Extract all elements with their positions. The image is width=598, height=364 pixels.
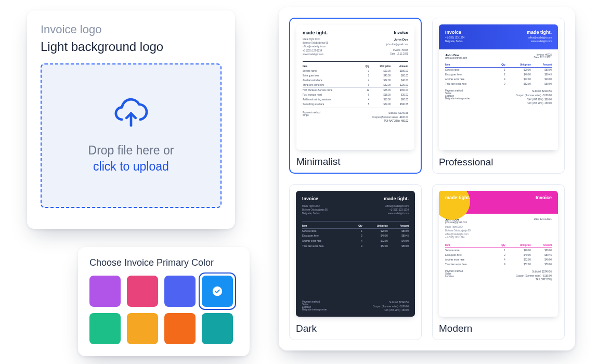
table-row: Service name1$20.00$80.00 xyxy=(302,228,409,233)
section-label: Invoice logo xyxy=(41,23,222,36)
table-row: Third item extra here9$52.00$220.00 xyxy=(303,83,408,87)
table-row: Extra goes here2$40.00$80.00 xyxy=(303,73,408,78)
color-swatch-1[interactable] xyxy=(127,276,158,307)
table-row: Another extra here4$72.00$40.00 xyxy=(303,78,408,83)
dropzone-upload-link[interactable]: click to upload xyxy=(93,160,169,173)
table-row: Service name1$20.00$80.00 xyxy=(445,68,552,73)
cloud-upload-icon xyxy=(113,97,149,133)
table-row: HIIT Workouts Service name12$55.45$450.0… xyxy=(303,88,408,93)
table-row: Additional training sessions4$10.00$80.0… xyxy=(303,97,408,102)
template-preview-minimalist: made tight. Invoice Made Tight DOO Bulev… xyxy=(296,25,414,150)
logo-dropzone[interactable]: Drop file here or click to upload xyxy=(41,63,222,208)
section-title: Light background logo xyxy=(41,40,222,54)
template-preview-professional: Invoice +1 (555) 123-1234 Belgrade, Serb… xyxy=(439,24,558,150)
invoice-color-card: Choose Invoice Primary Color xyxy=(78,247,250,356)
color-swatch-7[interactable] xyxy=(202,313,233,344)
color-swatch-0[interactable] xyxy=(89,276,121,307)
dropzone-text: Drop file here or click to upload xyxy=(88,142,174,175)
template-card-professional[interactable]: Invoice +1 (555) 123-1234 Belgrade, Serb… xyxy=(432,18,565,174)
template-gallery: made tight. Invoice Made Tight DOO Bulev… xyxy=(279,7,575,350)
table-row: Service name1$20.00$180.00 xyxy=(303,69,408,73)
sender-block: Made Tight DOO Bulevar Oslobodjenja 95 o… xyxy=(303,37,328,56)
template-card-dark[interactable]: Invoice made tight. Made Tight DOO Bulev… xyxy=(289,184,422,340)
check-icon xyxy=(202,276,233,307)
totals-block: Subtotal $2340.56 Coupon (Summer sales) … xyxy=(372,111,408,123)
table-row: Post workout meal9$18.00$30.00 xyxy=(303,93,408,97)
table-row: Third item extra here9$52.00$50.00 xyxy=(302,243,409,249)
template-preview-modern: made tight. Invoice John Doejohn.doe@gma… xyxy=(439,191,558,317)
invoice-table: ItemQty Unit priceAmount Service name1$2… xyxy=(445,243,552,267)
template-preview-dark: Invoice made tight. Made Tight DOO Bulev… xyxy=(296,191,415,317)
template-label: Professional xyxy=(439,157,558,168)
dropzone-text-static: Drop file here or xyxy=(88,144,174,157)
template-card-minimalist[interactable]: made tight. Invoice Made Tight DOO Bulev… xyxy=(289,18,422,174)
color-swatch-3[interactable] xyxy=(202,276,233,307)
table-row: Something else here5$53.00$830.55 xyxy=(303,102,408,107)
table-row: Third item extra here9$52.00$50.00 xyxy=(445,82,552,86)
client-block: John Doe john.doe@gmail.com Invoice #002… xyxy=(386,37,408,56)
template-label: Modern xyxy=(439,323,558,334)
color-card-title: Choose Invoice Primary Color xyxy=(89,257,238,268)
table-row: Another extra here4$72.00$40.00 xyxy=(302,239,409,244)
color-swatch-5[interactable] xyxy=(127,313,158,344)
table-row: Another extra here4$72.00$40.00 xyxy=(445,257,552,262)
table-row: Extra goes here2$40.00$80.45 xyxy=(445,253,552,257)
svg-point-0 xyxy=(213,287,222,296)
payment-block: Payment method Stripe xyxy=(303,111,320,123)
color-swatch-4[interactable] xyxy=(89,313,121,344)
invoice-table: ItemQty Unit priceAmount Service name1$2… xyxy=(302,224,409,249)
invoice-logo-card: Invoice logo Light background logo Drop … xyxy=(27,10,235,229)
template-label: Dark xyxy=(296,323,415,334)
table-row: Extra goes here2$40.00$80.45 xyxy=(445,72,552,77)
invoice-table: ItemQty Unit priceAmount Service name1$2… xyxy=(445,62,552,86)
table-row: Third item extra here9$52.00$50.00 xyxy=(445,262,552,267)
table-row: Extra goes here2$40.00$80.45 xyxy=(302,233,409,239)
table-row: Another extra here4$72.00$40.00 xyxy=(445,77,552,82)
template-label: Minimalist xyxy=(296,156,414,167)
invoice-table: ItemQty Unit priceAmount Service name1$2… xyxy=(303,64,408,107)
color-swatch-2[interactable] xyxy=(164,276,196,307)
table-row: Service name1$20.00$80.00 xyxy=(445,248,552,253)
invoice-title: Invoice xyxy=(394,30,408,35)
color-swatch-6[interactable] xyxy=(164,313,196,344)
color-swatch-grid xyxy=(89,276,238,344)
brand-text: made tight. xyxy=(303,30,328,35)
template-card-modern[interactable]: made tight. Invoice John Doejohn.doe@gma… xyxy=(432,184,565,340)
